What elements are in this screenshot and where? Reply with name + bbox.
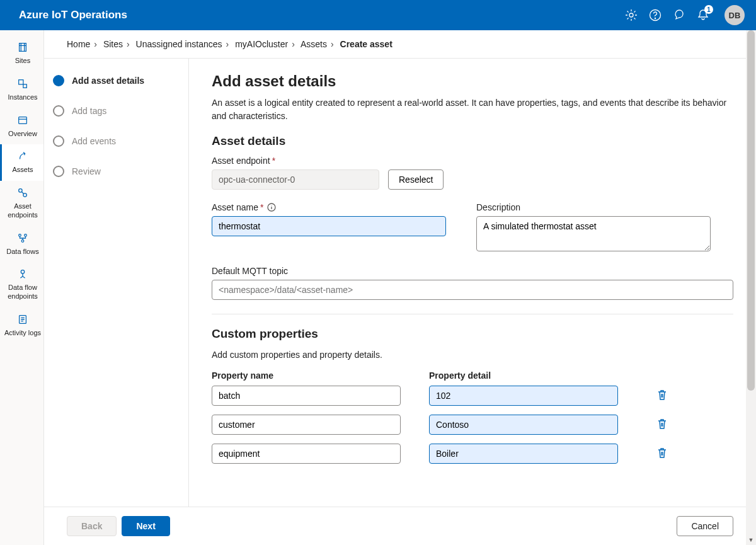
form-pane: Add asset details An asset is a logical … bbox=[189, 59, 756, 507]
wizard-footer: Back Next Cancel bbox=[44, 507, 756, 545]
description-label: Description bbox=[476, 202, 711, 212]
custom-prop-row bbox=[212, 444, 733, 464]
delete-row-button[interactable] bbox=[653, 415, 671, 435]
svg-rect-3 bbox=[19, 79, 23, 84]
back-button: Back bbox=[67, 516, 117, 536]
property-detail-field[interactable] bbox=[429, 386, 618, 406]
section-title-asset-details: Asset details bbox=[212, 134, 733, 148]
delete-row-button[interactable] bbox=[653, 444, 671, 464]
notifications-icon[interactable]: 1 bbox=[697, 9, 709, 21]
step-indicator-icon bbox=[53, 75, 64, 86]
asset-name-label: Asset name* bbox=[212, 202, 446, 212]
wizard-nav: Add asset details Add tags Add events Re… bbox=[44, 59, 189, 507]
sites-icon bbox=[16, 40, 30, 54]
svg-rect-4 bbox=[23, 84, 26, 88]
rail-label: Sites bbox=[15, 57, 30, 66]
property-name-field[interactable] bbox=[212, 444, 401, 464]
breadcrumb-link[interactable]: Unassigned instances bbox=[136, 39, 222, 49]
mqtt-topic-field[interactable] bbox=[212, 280, 733, 300]
rail-item-instances[interactable]: Instances bbox=[0, 72, 43, 108]
assets-icon bbox=[16, 149, 30, 163]
col-property-detail: Property detail bbox=[429, 370, 646, 381]
col-property-name: Property name bbox=[212, 370, 429, 381]
avatar[interactable]: DB bbox=[724, 5, 745, 25]
step-indicator-icon bbox=[53, 135, 64, 147]
breadcrumb-link[interactable]: myAIOcluster bbox=[235, 39, 288, 49]
svg-point-10 bbox=[21, 239, 24, 242]
mqtt-label: Default MQTT topic bbox=[212, 266, 733, 276]
settings-icon[interactable] bbox=[625, 9, 638, 21]
wizard-step-review[interactable]: Review bbox=[53, 166, 176, 177]
custom-props-header: Property name Property detail bbox=[212, 370, 733, 381]
asset-endpoints-icon bbox=[16, 186, 30, 200]
wizard-step-label: Add tags bbox=[72, 106, 106, 116]
activity-logs-icon bbox=[16, 313, 30, 326]
delete-row-button[interactable] bbox=[653, 386, 671, 406]
custom-props-desc: Add custom properties and property detai… bbox=[212, 348, 733, 362]
rail-item-data-flow-endpoints[interactable]: Data flow endpoints bbox=[0, 262, 43, 307]
svg-point-11 bbox=[21, 270, 24, 273]
rail-label: Data flow endpoints bbox=[3, 284, 42, 301]
page-title: Add asset details bbox=[212, 72, 733, 90]
rail-label: Assets bbox=[12, 166, 33, 175]
rail-item-activity-logs[interactable]: Activity logs bbox=[0, 307, 43, 344]
wizard-step-events[interactable]: Add events bbox=[53, 135, 176, 147]
custom-prop-row bbox=[212, 386, 733, 406]
instances-icon bbox=[16, 77, 30, 91]
asset-name-field[interactable] bbox=[212, 216, 446, 236]
breadcrumb-link[interactable]: Assets bbox=[301, 39, 327, 49]
section-title-custom-props: Custom properties bbox=[212, 327, 733, 341]
wizard-step-label: Add asset details bbox=[72, 76, 144, 86]
endpoint-label: Asset endpoint* bbox=[212, 156, 733, 166]
scrollbar[interactable]: ▲ ▼ bbox=[746, 59, 756, 507]
property-name-field[interactable] bbox=[212, 415, 401, 435]
rail-item-overview[interactable]: Overview bbox=[0, 108, 43, 145]
app-header: Azure IoT Operations 1 DB bbox=[0, 0, 756, 30]
left-rail: Sites Instances Overview Assets Asset en… bbox=[0, 30, 44, 545]
rail-item-data-flows[interactable]: Data flows bbox=[0, 226, 43, 263]
cancel-button[interactable]: Cancel bbox=[677, 516, 733, 536]
wizard-step-details[interactable]: Add asset details bbox=[53, 75, 176, 86]
breadcrumb-current: Create asset bbox=[340, 39, 392, 49]
svg-point-0 bbox=[629, 13, 633, 17]
rail-label: Asset endpoints bbox=[3, 202, 42, 220]
property-detail-field[interactable] bbox=[429, 415, 618, 435]
rail-label: Activity logs bbox=[4, 329, 41, 338]
info-icon[interactable] bbox=[267, 203, 276, 212]
asset-endpoint-field bbox=[212, 169, 379, 190]
description-field[interactable] bbox=[476, 216, 711, 251]
help-icon[interactable] bbox=[649, 9, 662, 21]
wizard-step-label: Review bbox=[72, 166, 101, 176]
data-flow-endpoints-icon bbox=[16, 267, 30, 281]
step-indicator-icon bbox=[53, 166, 64, 177]
page-description: An asset is a logical entity created to … bbox=[212, 96, 733, 123]
rail-item-asset-endpoints[interactable]: Asset endpoints bbox=[0, 181, 43, 226]
feedback-icon[interactable] bbox=[673, 9, 685, 21]
breadcrumb-link[interactable]: Sites bbox=[103, 39, 123, 49]
overview-icon bbox=[16, 113, 30, 127]
property-name-field[interactable] bbox=[212, 386, 401, 406]
breadcrumb-link[interactable]: Home bbox=[67, 39, 90, 49]
notifications-badge: 1 bbox=[704, 5, 713, 14]
rail-item-assets[interactable]: Assets bbox=[0, 144, 43, 181]
breadcrumb: Home› Sites› Unassigned instances› myAIO… bbox=[44, 30, 756, 59]
main: Home› Sites› Unassigned instances› myAIO… bbox=[44, 30, 756, 545]
reselect-button[interactable]: Reselect bbox=[388, 169, 444, 190]
rail-label: Overview bbox=[8, 130, 37, 139]
rail-item-sites[interactable]: Sites bbox=[0, 35, 43, 72]
app-title: Azure IoT Operations bbox=[19, 9, 625, 21]
wizard-step-tags[interactable]: Add tags bbox=[53, 105, 176, 117]
svg-point-9 bbox=[25, 234, 27, 236]
svg-point-2 bbox=[655, 18, 655, 18]
scrollbar-thumb[interactable] bbox=[747, 59, 755, 391]
step-indicator-icon bbox=[53, 105, 64, 117]
header-actions: 1 DB bbox=[625, 5, 745, 25]
divider bbox=[212, 314, 733, 314]
custom-prop-row bbox=[212, 415, 733, 435]
property-detail-field[interactable] bbox=[429, 444, 618, 464]
rail-label: Data flows bbox=[6, 248, 38, 256]
next-button[interactable]: Next bbox=[122, 516, 169, 536]
data-flows-icon bbox=[16, 231, 30, 245]
wizard-step-label: Add events bbox=[72, 136, 116, 146]
svg-point-8 bbox=[19, 234, 21, 236]
